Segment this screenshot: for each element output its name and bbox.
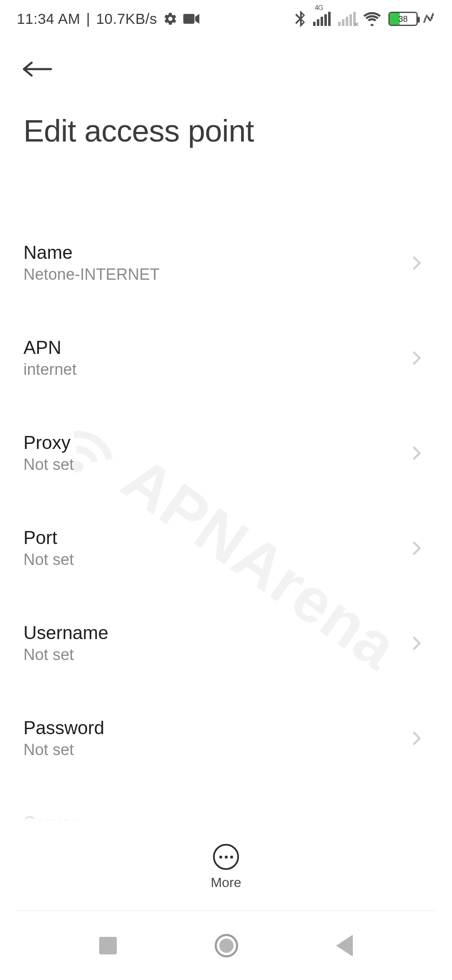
page-title: Edit access point — [23, 113, 429, 149]
status-time: 11:34 AM — [17, 10, 80, 27]
row-value: Netone-INTERNET — [23, 266, 159, 284]
row-value: Not set — [23, 551, 74, 569]
row-value: Not set — [23, 741, 104, 759]
nav-recents-button[interactable] — [99, 937, 117, 954]
row-apn[interactable]: APN internet — [0, 321, 452, 395]
signal-no-sim-icon: ✕ — [354, 21, 359, 28]
row-label: Proxy — [23, 432, 74, 453]
chevron-right-icon — [408, 255, 425, 271]
square-icon — [99, 937, 117, 954]
row-server[interactable]: Server Not set — [0, 797, 452, 821]
row-label: Username — [23, 622, 108, 643]
svg-rect-0 — [183, 14, 195, 23]
row-label: Name — [23, 242, 159, 263]
arrow-left-icon — [23, 59, 54, 79]
nav-home-button[interactable] — [215, 934, 238, 957]
battery-percent-label: 38 — [390, 14, 416, 24]
signal-bars-icon — [313, 12, 331, 26]
battery-icon: 38 — [388, 12, 418, 26]
row-value: Not set — [23, 646, 108, 664]
wifi-icon — [363, 12, 381, 26]
gear-icon — [163, 12, 177, 26]
row-label: Password — [23, 717, 104, 738]
row-proxy[interactable]: Proxy Not set — [0, 416, 452, 490]
bottom-action-bar: More — [0, 823, 452, 911]
row-username[interactable]: Username Not set — [0, 606, 452, 680]
row-value: internet — [23, 361, 77, 379]
status-net-speed: 10.7KB/s — [96, 10, 157, 27]
settings-list: Name Netone-INTERNET APN internet Proxy … — [0, 226, 452, 821]
circle-icon — [215, 934, 238, 957]
charging-icon: 🗲 — [423, 12, 435, 26]
status-separator: | — [86, 10, 90, 27]
signal-bars-dim-icon — [338, 12, 356, 26]
row-port[interactable]: Port Not set — [0, 511, 452, 585]
triangle-left-icon — [336, 935, 353, 957]
camera-icon — [183, 13, 200, 25]
bluetooth-icon — [295, 10, 306, 27]
chevron-right-icon — [408, 635, 425, 652]
signal-4g-label: 4G — [315, 4, 323, 12]
row-label: Server — [23, 812, 78, 821]
row-label: APN — [23, 337, 77, 358]
more-label: More — [211, 875, 241, 890]
more-button[interactable]: More — [211, 844, 241, 890]
row-name[interactable]: Name Netone-INTERNET — [0, 226, 452, 299]
system-nav-bar — [0, 911, 452, 980]
chevron-right-icon — [408, 540, 425, 557]
row-label: Port — [23, 527, 74, 548]
app-header: Edit access point — [0, 50, 452, 149]
chevron-right-icon — [408, 445, 425, 462]
status-bar: 11:34 AM | 10.7KB/s 4G ✕ — [0, 0, 452, 38]
more-icon — [213, 844, 239, 870]
row-value: Not set — [23, 456, 74, 474]
signal-secondary: ✕ — [338, 12, 356, 26]
nav-back-button[interactable] — [336, 935, 353, 957]
back-button[interactable] — [19, 50, 57, 88]
chevron-right-icon — [408, 730, 425, 747]
row-password[interactable]: Password Not set — [0, 701, 452, 775]
chevron-right-icon — [408, 350, 425, 366]
signal-primary: 4G — [313, 12, 331, 26]
